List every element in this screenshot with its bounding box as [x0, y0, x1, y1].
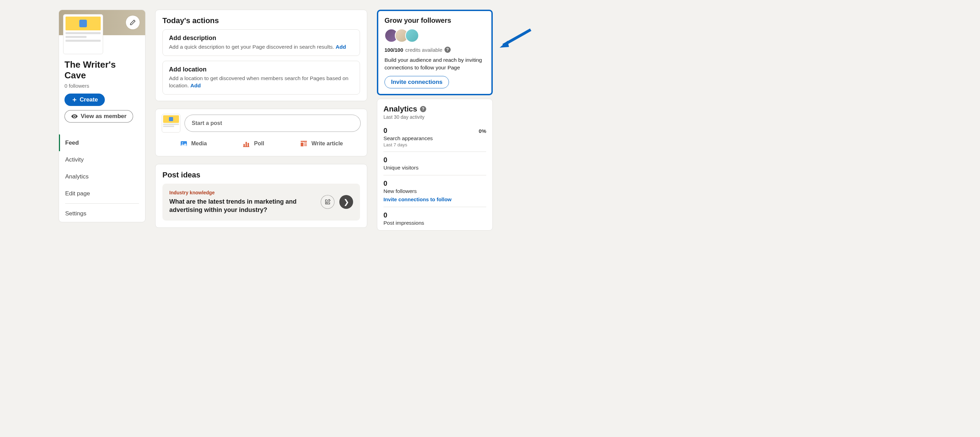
plus-icon — [72, 97, 78, 103]
stat-new-followers[interactable]: 0 New followers Invite connections to fo… — [383, 175, 486, 207]
grow-title: Grow your followers — [385, 17, 485, 24]
help-icon[interactable]: ? — [420, 106, 426, 112]
analytics-title: Analytics — [383, 105, 417, 113]
svg-rect-2 — [243, 144, 245, 146]
avatar — [405, 29, 419, 43]
stat-label: Search appearances — [383, 135, 486, 142]
nav-analytics[interactable]: Analytics — [59, 168, 145, 185]
media-icon — [180, 139, 188, 148]
stat-post-impressions[interactable]: 0 Post impressions — [383, 207, 486, 230]
follower-avatars — [385, 29, 485, 43]
stat-label: Post impressions — [383, 220, 486, 226]
post-author-logo — [162, 114, 180, 132]
svg-rect-4 — [248, 143, 249, 146]
nav-edit-page[interactable]: Edit page — [59, 185, 145, 202]
svg-rect-5 — [243, 146, 249, 147]
analytics-card: Analytics ? Last 30 day activity 0 0% Se… — [377, 99, 493, 231]
stat-sublabel: Last 7 days — [383, 142, 486, 147]
credits-available: 100/100 credits available ? — [385, 46, 485, 53]
add-location-link[interactable]: Add — [190, 83, 201, 88]
grow-followers-card: Grow your followers 100/100 credits avai… — [377, 10, 493, 95]
view-member-label: View as member — [81, 113, 127, 120]
grow-description: Build your audience and reach by invitin… — [385, 56, 485, 71]
action-add-description[interactable]: Add description Add a quick description … — [162, 29, 360, 56]
idea-question: What are the latest trends in marketing … — [169, 198, 316, 214]
svg-rect-3 — [245, 142, 247, 146]
svg-rect-6 — [301, 141, 307, 142]
create-label: Create — [80, 96, 98, 103]
add-description-link[interactable]: Add — [336, 44, 346, 50]
action-desc: Add a location to get discovered when me… — [169, 75, 353, 89]
svg-rect-8 — [304, 143, 307, 143]
stat-value: 0 — [383, 211, 486, 219]
todays-actions-card: Today's actions Add description Add a qu… — [155, 10, 367, 101]
stat-label: New followers — [383, 188, 486, 195]
stat-value: 0 — [383, 156, 486, 164]
post-idea-item: Industry knowledge What are the latest t… — [162, 183, 360, 220]
action-desc: Add a quick description to get your Page… — [169, 43, 353, 51]
poll-icon — [242, 139, 251, 148]
create-button[interactable]: Create — [64, 94, 105, 106]
invite-to-follow-link[interactable]: Invite connections to follow — [383, 196, 452, 202]
chevron-right-icon: ❯ — [344, 198, 349, 206]
pencil-icon — [130, 19, 136, 26]
stat-value: 0 — [383, 180, 486, 187]
stat-value: 0 — [383, 127, 387, 135]
media-button[interactable]: Media — [175, 136, 212, 151]
invite-connections-button[interactable]: Invite connections — [385, 76, 449, 88]
start-post-card: Start a post Media Poll Write article — [155, 109, 367, 156]
post-ideas-title: Post ideas — [162, 171, 360, 180]
article-icon — [300, 139, 308, 148]
analytics-subtitle: Last 30 day activity — [383, 114, 486, 120]
svg-rect-10 — [304, 145, 307, 146]
todays-actions-title: Today's actions — [162, 16, 360, 25]
stat-unique-visitors[interactable]: 0 Unique visitors — [383, 152, 486, 175]
compose-icon — [325, 199, 331, 205]
followers-count: 0 followers — [64, 83, 140, 89]
nav-activity[interactable]: Activity — [59, 151, 145, 168]
write-article-button[interactable]: Write article — [295, 136, 348, 151]
cover-image — [59, 10, 145, 35]
idea-category: Industry knowledge — [169, 190, 316, 195]
next-idea-button[interactable]: ❯ — [339, 195, 353, 209]
compose-idea-button[interactable] — [321, 195, 334, 209]
view-as-member-button[interactable]: View as member — [64, 110, 133, 123]
nav-settings[interactable]: Settings — [59, 205, 145, 222]
svg-point-1 — [182, 143, 183, 144]
stat-pct: 0% — [479, 128, 486, 134]
action-title: Add description — [169, 35, 353, 42]
nav-feed[interactable]: Feed — [59, 134, 145, 151]
profile-card: The Writer's Cave 0 followers Create Vie… — [59, 10, 146, 222]
stat-label: Unique visitors — [383, 165, 486, 171]
page-title: The Writer's Cave — [64, 59, 140, 81]
start-post-button[interactable]: Start a post — [185, 115, 361, 132]
help-icon[interactable]: ? — [444, 46, 451, 53]
callout-arrow-icon — [498, 26, 532, 50]
poll-button[interactable]: Poll — [238, 136, 269, 151]
post-ideas-card: Post ideas Industry knowledge What are t… — [155, 164, 367, 228]
eye-icon — [71, 113, 78, 120]
stat-search-appearances[interactable]: 0 0% Search appearances Last 7 days — [383, 123, 486, 152]
svg-rect-7 — [301, 143, 304, 146]
action-add-location[interactable]: Add location Add a location to get disco… — [162, 61, 360, 94]
svg-rect-9 — [304, 144, 307, 145]
page-logo[interactable] — [63, 14, 103, 54]
edit-cover-button[interactable] — [126, 16, 140, 29]
action-title: Add location — [169, 66, 353, 73]
